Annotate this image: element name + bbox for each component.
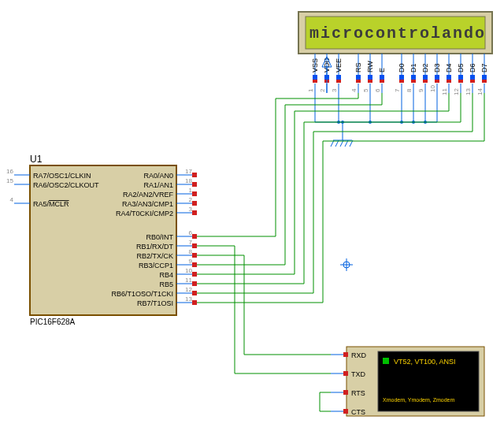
svg-text:8: 8 <box>189 248 193 255</box>
svg-text:13: 13 <box>185 295 192 303</box>
svg-text:D7: D7 <box>480 63 488 72</box>
svg-rect-44 <box>411 75 416 80</box>
svg-rect-117 <box>192 234 197 239</box>
svg-rect-57 <box>435 80 439 83</box>
svg-rect-101 <box>192 182 197 187</box>
svg-text:8: 8 <box>406 88 413 92</box>
svg-text:TXD: TXD <box>351 370 366 378</box>
svg-text:18: 18 <box>185 177 192 184</box>
serial-bus <box>197 246 331 411</box>
svg-text:RA5/MCLR: RA5/MCLR <box>33 200 69 208</box>
svg-rect-152 <box>343 352 348 357</box>
svg-text:1: 1 <box>307 88 314 92</box>
cursor-crosshair-icon <box>340 258 353 271</box>
virtual-terminal: VT52, VT100, ANSI Xmodem, Ymodem, Zmodem… <box>331 347 484 416</box>
svg-rect-2 <box>313 75 317 80</box>
svg-rect-145 <box>192 300 197 305</box>
svg-rect-105 <box>192 191 197 196</box>
svg-text:RB1/RX/DT: RB1/RX/DT <box>136 243 174 251</box>
svg-rect-125 <box>192 253 197 258</box>
svg-text:6: 6 <box>374 88 381 92</box>
svg-text:D0: D0 <box>398 63 406 72</box>
svg-text:RA1/AN1: RA1/AN1 <box>143 181 173 189</box>
svg-rect-26 <box>368 75 372 80</box>
svg-text:RA7/OSC1/CLKIN: RA7/OSC1/CLKIN <box>33 172 91 180</box>
lcd-module: microcontrolando VSS 1 VDD 2 <box>298 12 492 95</box>
svg-rect-80 <box>482 75 487 80</box>
svg-rect-20 <box>356 75 361 80</box>
svg-text:CTS: CTS <box>351 408 365 416</box>
svg-rect-161 <box>343 409 348 414</box>
svg-rect-68 <box>458 75 463 80</box>
svg-text:D5: D5 <box>457 63 465 72</box>
svg-text:RB0/INT: RB0/INT <box>146 233 173 241</box>
svg-text:D3: D3 <box>433 63 441 72</box>
svg-rect-33 <box>380 80 384 83</box>
svg-text:5: 5 <box>362 88 369 92</box>
svg-text:RA0/AN0: RA0/AN0 <box>143 172 173 180</box>
svg-text:D4: D4 <box>445 63 453 72</box>
schematic-canvas: microcontrolando VSS 1 VDD 2 <box>0 0 504 431</box>
svg-rect-45 <box>411 80 416 83</box>
svg-text:7: 7 <box>189 239 193 246</box>
svg-text:3: 3 <box>189 206 193 213</box>
svg-rect-75 <box>470 80 475 83</box>
svg-text:7: 7 <box>394 88 401 92</box>
svg-text:1: 1 <box>189 187 193 194</box>
svg-rect-150 <box>383 358 389 364</box>
mcu-refdes: U1 <box>30 154 43 165</box>
svg-text:RXD: RXD <box>351 351 367 359</box>
svg-text:RA6/OSC2/CLKOUT: RA6/OSC2/CLKOUT <box>33 181 99 189</box>
svg-text:3: 3 <box>331 88 338 92</box>
svg-text:RB3/CCP1: RB3/CCP1 <box>139 262 173 269</box>
svg-text:4: 4 <box>10 196 14 203</box>
svg-rect-137 <box>192 281 197 286</box>
svg-rect-21 <box>356 80 361 83</box>
svg-rect-158 <box>343 390 348 395</box>
svg-text:RB5: RB5 <box>159 281 173 288</box>
svg-text:12: 12 <box>185 286 192 293</box>
svg-rect-15 <box>336 80 341 83</box>
svg-rect-97 <box>192 173 197 177</box>
svg-rect-81 <box>482 80 487 83</box>
svg-text:RS: RS <box>354 62 362 72</box>
svg-text:4: 4 <box>350 88 358 92</box>
svg-rect-38 <box>399 75 404 80</box>
svg-text:D2: D2 <box>421 63 429 72</box>
svg-rect-69 <box>458 80 463 83</box>
lcd-pin-row: VSS 1 VDD 2 VEE 3 <box>307 54 488 95</box>
svg-rect-3 <box>313 80 317 83</box>
terminal-line2: Xmodem, Ymodem, Zmodem <box>383 397 454 403</box>
svg-text:VSS: VSS <box>311 58 319 72</box>
svg-text:9: 9 <box>189 258 193 265</box>
svg-text:D6: D6 <box>469 63 476 72</box>
svg-rect-129 <box>192 262 197 267</box>
svg-text:11: 11 <box>185 277 192 284</box>
svg-rect-141 <box>192 291 197 295</box>
svg-rect-155 <box>343 371 348 376</box>
svg-text:2: 2 <box>189 196 193 203</box>
svg-text:12: 12 <box>453 88 460 95</box>
svg-text:RTS: RTS <box>351 389 365 397</box>
svg-text:RB6/T1OSO/T1CKI: RB6/T1OSO/T1CKI <box>111 290 173 298</box>
svg-rect-14 <box>336 75 341 80</box>
svg-text:9: 9 <box>417 88 424 92</box>
svg-rect-56 <box>435 75 439 80</box>
svg-rect-74 <box>470 75 475 80</box>
svg-rect-62 <box>447 75 451 80</box>
svg-rect-121 <box>192 243 197 248</box>
svg-text:13: 13 <box>465 88 472 95</box>
terminal-line1: VT52, VT100, ANSI <box>394 358 456 366</box>
svg-text:D1: D1 <box>410 63 417 72</box>
svg-text:10: 10 <box>185 267 192 274</box>
svg-rect-32 <box>380 75 384 80</box>
gnd-symbol <box>331 122 353 147</box>
svg-text:RB4: RB4 <box>159 271 173 279</box>
svg-text:RW: RW <box>366 61 374 72</box>
svg-text:RB7/T1OSI: RB7/T1OSI <box>137 299 173 307</box>
svg-text:14: 14 <box>476 88 484 95</box>
svg-rect-63 <box>447 80 451 83</box>
svg-text:11: 11 <box>441 88 448 95</box>
svg-text:E: E <box>378 68 386 72</box>
svg-text:6: 6 <box>189 229 193 236</box>
